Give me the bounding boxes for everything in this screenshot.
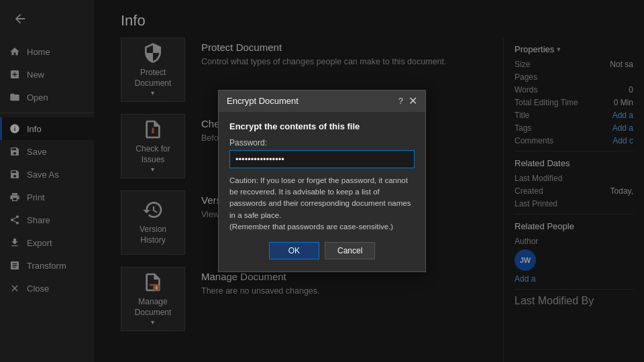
dialog-titlebar: Encrypt Document ? ✕ <box>219 90 425 112</box>
cancel-button[interactable]: Cancel <box>325 242 375 259</box>
dialog-password-label: Password: <box>229 138 415 147</box>
encrypt-dialog: Encrypt Document ? ✕ Encrypt the content… <box>218 90 426 272</box>
dialog-body: Encrypt the contents of this file Passwo… <box>219 112 425 272</box>
dialog-close-button[interactable]: ✕ <box>409 96 417 107</box>
dialog-footer: OK Cancel <box>229 242 415 262</box>
dialog-overlay: Encrypt Document ? ✕ Encrypt the content… <box>0 0 644 362</box>
password-input[interactable] <box>229 150 415 168</box>
dialog-title: Encrypt Document <box>227 96 299 106</box>
dialog-controls: ? ✕ <box>398 96 417 107</box>
ok-button[interactable]: OK <box>269 242 319 259</box>
dialog-section-title: Encrypt the contents of this file <box>229 121 415 131</box>
dialog-warning: Caution: If you lose or forget the passw… <box>229 175 415 233</box>
dialog-help-button[interactable]: ? <box>398 96 403 106</box>
